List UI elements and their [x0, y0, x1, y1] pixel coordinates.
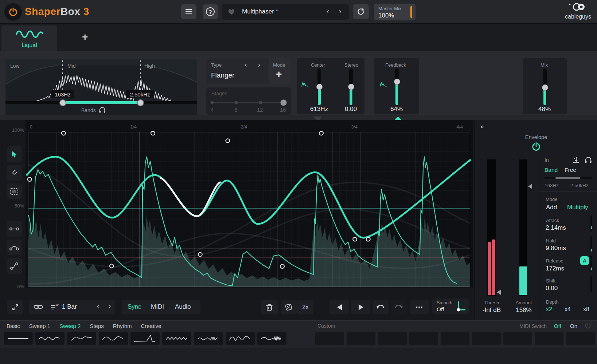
- rate-prev-icon[interactable]: ‹: [97, 302, 99, 310]
- feedback-slider-handle[interactable]: [394, 79, 400, 85]
- wave-thumb-wave-bumps[interactable]: [194, 332, 223, 345]
- preset-name[interactable]: Multiphaser *: [242, 8, 278, 15]
- depth-x2-toggle[interactable]: x2: [546, 306, 552, 313]
- add-tab-button[interactable]: +: [82, 31, 88, 43]
- custom-slot-7[interactable]: [503, 332, 532, 345]
- preset-selector[interactable]: Multiphaser * ‹ ›: [222, 4, 349, 20]
- editor-curves[interactable]: [28, 132, 470, 287]
- tool-select-button[interactable]: [7, 183, 22, 199]
- depth-x4-toggle[interactable]: x4: [565, 306, 571, 313]
- rate-value[interactable]: 1 Bar: [62, 303, 77, 310]
- envelope-power-button[interactable]: [527, 141, 545, 153]
- shift-right-button[interactable]: [351, 300, 370, 314]
- custom-slot-6[interactable]: [472, 332, 501, 345]
- mix-slider-handle[interactable]: [542, 84, 548, 91]
- menu-button[interactable]: [181, 4, 196, 19]
- amount-marker-icon[interactable]: [528, 184, 532, 189]
- shift-value[interactable]: 0.00: [546, 285, 558, 292]
- smooth-control[interactable]: Smooth Off: [432, 298, 469, 314]
- amount-meter[interactable]: [519, 159, 527, 296]
- randomize-button[interactable]: [281, 300, 297, 314]
- band-handle-high[interactable]: [137, 99, 144, 106]
- wave-thumb-scribble[interactable]: [257, 332, 286, 345]
- center-slider-handle[interactable]: [316, 84, 323, 90]
- custom-slot-1[interactable]: [315, 332, 344, 345]
- shift-left-button[interactable]: [329, 300, 349, 314]
- help-button[interactable]: ?: [203, 4, 218, 19]
- favorite-heart-icon[interactable]: [227, 8, 235, 15]
- envelope-band-slider[interactable]: [545, 177, 592, 179]
- trigger-audio-toggle[interactable]: Audio: [175, 303, 191, 310]
- stages-slider[interactable]: [206, 98, 291, 107]
- type-prev-icon[interactable]: ‹: [245, 61, 247, 69]
- attack-mini-slider[interactable]: [590, 215, 592, 232]
- midi-switch-off-toggle[interactable]: Off: [554, 323, 561, 329]
- bypass-power-button[interactable]: [4, 3, 22, 21]
- release-auto-badge[interactable]: A: [580, 256, 589, 265]
- wave-thumb-sine[interactable]: [99, 332, 128, 345]
- stereo-value[interactable]: 0.00: [345, 106, 357, 113]
- band-freq-low-badge[interactable]: 163Hz: [51, 90, 74, 98]
- category-creative[interactable]: Creative: [141, 323, 161, 329]
- center-value[interactable]: 613Hz: [310, 106, 328, 113]
- release-mini-slider[interactable]: [590, 256, 592, 272]
- rate-next-icon[interactable]: ›: [109, 302, 111, 310]
- custom-slot-9[interactable]: [566, 332, 595, 345]
- preset-next-icon[interactable]: ›: [339, 7, 342, 15]
- redo-button[interactable]: [391, 300, 407, 314]
- hold-value[interactable]: 9.80ms: [546, 245, 566, 252]
- bands-headphone-icon[interactable]: [99, 107, 106, 113]
- rate-list-icon[interactable]: [50, 304, 59, 311]
- category-rhythm[interactable]: Rhythm: [113, 323, 132, 329]
- thresh-meter[interactable]: [487, 159, 496, 296]
- collapse-panel-button[interactable]: »: [480, 123, 484, 130]
- ab-compare-button[interactable]: [353, 4, 369, 19]
- amount-value[interactable]: 158%: [510, 306, 537, 314]
- mode-add-button[interactable]: +: [276, 68, 282, 80]
- envelope-band-slider-range[interactable]: [555, 177, 580, 179]
- feedback-value[interactable]: 64%: [390, 106, 403, 113]
- hold-mini-slider[interactable]: [590, 236, 592, 252]
- clear-wave-button[interactable]: [261, 300, 278, 314]
- wave-editor[interactable]: 0 1/4 2/4 3/4 4/4: [26, 120, 473, 288]
- release-value[interactable]: 172ms: [546, 265, 564, 272]
- master-mix-control[interactable]: Master Mix 100%: [374, 4, 415, 20]
- input-source-icon[interactable]: [572, 157, 580, 164]
- mix-value[interactable]: 48%: [538, 106, 551, 113]
- attack-value[interactable]: 2.14ms: [546, 224, 566, 232]
- wave-thumb-zigzag[interactable]: [162, 332, 191, 345]
- tool-arc-button[interactable]: [7, 240, 22, 255]
- tool-scurve-button[interactable]: [7, 258, 22, 274]
- band-freq-high-badge[interactable]: 2.50kHz: [126, 90, 154, 98]
- more-options-button[interactable]: •••: [410, 300, 429, 314]
- custom-slot-2[interactable]: [347, 332, 375, 345]
- thresh-value[interactable]: -Inf dB: [478, 306, 505, 314]
- category-basic[interactable]: Basic: [7, 323, 20, 329]
- tab-liquid[interactable]: Liquid: [1, 25, 57, 51]
- fullscreen-button[interactable]: [7, 300, 23, 314]
- tool-cursor-button[interactable]: [7, 146, 22, 162]
- wave-thumb-wavy[interactable]: [35, 332, 65, 345]
- stereo-slider-handle[interactable]: [348, 84, 354, 90]
- type-next-icon[interactable]: ›: [258, 61, 260, 69]
- tool-line-button[interactable]: [7, 221, 22, 237]
- category-sweep2[interactable]: Sweep 2: [59, 323, 81, 329]
- wave-thumb-rising-bumps[interactable]: [67, 332, 96, 345]
- tool-snap-button[interactable]: [7, 165, 22, 181]
- preset-prev-icon[interactable]: ‹: [327, 7, 329, 15]
- custom-slot-5[interactable]: [441, 332, 469, 345]
- band-handle-low[interactable]: [59, 99, 66, 106]
- wave-thumb-ramp-spike[interactable]: [130, 332, 160, 345]
- link-icon[interactable]: [34, 304, 43, 310]
- midi-switch-icon[interactable]: [585, 323, 591, 329]
- depth-x8-toggle[interactable]: x8: [583, 306, 589, 313]
- double-wave-button[interactable]: 2x: [297, 300, 313, 314]
- trigger-midi-toggle[interactable]: MIDI: [151, 303, 164, 310]
- midi-switch-on-toggle[interactable]: On: [570, 323, 577, 329]
- custom-slot-3[interactable]: [378, 332, 407, 345]
- custom-slot-8[interactable]: [535, 332, 563, 345]
- type-value[interactable]: Flanger: [211, 71, 234, 79]
- wave-thumb-flat[interactable]: [4, 332, 33, 345]
- category-sweep1[interactable]: Sweep 1: [29, 323, 50, 329]
- source-free-toggle[interactable]: Free: [565, 167, 576, 173]
